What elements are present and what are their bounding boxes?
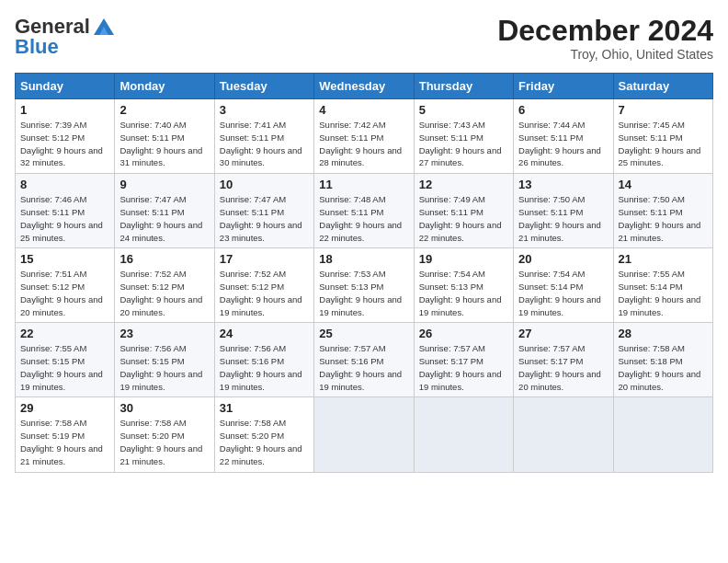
calendar-cell: 10Sunrise: 7:47 AMSunset: 5:11 PMDayligh… [214,174,313,248]
calendar-cell: 14Sunrise: 7:50 AMSunset: 5:11 PMDayligh… [613,174,712,248]
day-number: 22 [20,327,109,340]
day-info: Sunrise: 7:42 AMSunset: 5:11 PMDaylight:… [319,119,408,169]
day-number: 9 [119,178,209,191]
calendar-cell: 16Sunrise: 7:52 AMSunset: 5:12 PMDayligh… [115,248,214,323]
calendar-cell: 6Sunrise: 7:44 AMSunset: 5:11 PMDaylight… [514,99,613,174]
day-info: Sunrise: 7:57 AMSunset: 5:16 PMDaylight:… [319,342,408,393]
day-info: Sunrise: 7:44 AMSunset: 5:11 PMDaylight:… [518,119,608,169]
calendar-cell: 1Sunrise: 7:39 AMSunset: 5:12 PMDaylight… [16,99,115,174]
day-header-thursday: Thursday [414,74,513,99]
day-info: Sunrise: 7:39 AMSunset: 5:12 PMDaylight:… [20,119,109,169]
calendar-cell: 13Sunrise: 7:50 AMSunset: 5:11 PMDayligh… [514,174,613,248]
day-info: Sunrise: 7:48 AMSunset: 5:11 PMDaylight:… [319,193,408,244]
day-number: 2 [119,103,209,117]
month-title: December 2024 [497,15,713,47]
day-info: Sunrise: 7:58 AMSunset: 5:18 PMDaylight:… [619,342,708,393]
calendar-cell: 25Sunrise: 7:57 AMSunset: 5:16 PMDayligh… [314,323,414,397]
day-number: 28 [619,327,708,340]
title-block: December 2024 Troy, Ohio, United States [497,15,713,62]
calendar-cell: 28Sunrise: 7:58 AMSunset: 5:18 PMDayligh… [613,323,712,397]
day-info: Sunrise: 7:46 AMSunset: 5:11 PMDaylight:… [20,193,109,244]
calendar-cell: 22Sunrise: 7:55 AMSunset: 5:15 PMDayligh… [16,323,115,397]
day-info: Sunrise: 7:56 AMSunset: 5:16 PMDaylight:… [220,342,309,393]
day-number: 18 [319,252,408,266]
calendar-week-row: 29Sunrise: 7:58 AMSunset: 5:19 PMDayligh… [16,397,713,472]
calendar-week-row: 22Sunrise: 7:55 AMSunset: 5:15 PMDayligh… [16,323,713,397]
calendar-cell: 15Sunrise: 7:51 AMSunset: 5:12 PMDayligh… [16,248,115,323]
day-number: 12 [419,178,508,191]
calendar-cell: 19Sunrise: 7:54 AMSunset: 5:13 PMDayligh… [414,248,513,323]
day-number: 25 [319,327,408,340]
calendar-cell: 29Sunrise: 7:58 AMSunset: 5:19 PMDayligh… [16,397,115,472]
calendar-cell: 17Sunrise: 7:52 AMSunset: 5:12 PMDayligh… [214,248,313,323]
day-info: Sunrise: 7:53 AMSunset: 5:13 PMDaylight:… [319,268,408,318]
calendar-week-row: 1Sunrise: 7:39 AMSunset: 5:12 PMDaylight… [16,99,713,174]
day-info: Sunrise: 7:58 AMSunset: 5:20 PMDaylight:… [119,417,209,467]
day-header-saturday: Saturday [613,74,712,99]
day-info: Sunrise: 7:54 AMSunset: 5:13 PMDaylight:… [419,268,508,318]
calendar-header-row: SundayMondayTuesdayWednesdayThursdayFrid… [16,74,713,99]
day-info: Sunrise: 7:45 AMSunset: 5:11 PMDaylight:… [619,119,708,169]
calendar-cell: 26Sunrise: 7:57 AMSunset: 5:17 PMDayligh… [414,323,513,397]
day-header-sunday: Sunday [16,74,115,99]
day-info: Sunrise: 7:54 AMSunset: 5:14 PMDaylight:… [518,268,608,318]
day-number: 1 [20,103,109,117]
day-number: 31 [220,401,309,415]
day-info: Sunrise: 7:58 AMSunset: 5:20 PMDaylight:… [220,417,309,467]
day-number: 3 [220,103,309,117]
day-header-friday: Friday [514,74,613,99]
day-info: Sunrise: 7:55 AMSunset: 5:15 PMDaylight:… [20,342,109,393]
calendar-cell: 23Sunrise: 7:56 AMSunset: 5:15 PMDayligh… [115,323,214,397]
calendar-cell: 9Sunrise: 7:47 AMSunset: 5:11 PMDaylight… [115,174,214,248]
calendar-cell: 30Sunrise: 7:58 AMSunset: 5:20 PMDayligh… [115,397,214,472]
day-number: 8 [20,178,109,191]
day-info: Sunrise: 7:50 AMSunset: 5:11 PMDaylight:… [619,193,708,244]
day-info: Sunrise: 7:52 AMSunset: 5:12 PMDaylight:… [220,268,309,318]
day-info: Sunrise: 7:57 AMSunset: 5:17 PMDaylight:… [419,342,508,393]
day-number: 11 [319,178,408,191]
calendar-cell: 11Sunrise: 7:48 AMSunset: 5:11 PMDayligh… [314,174,414,248]
calendar-table: SundayMondayTuesdayWednesdayThursdayFrid… [15,73,713,472]
day-info: Sunrise: 7:49 AMSunset: 5:11 PMDaylight:… [419,193,508,244]
day-info: Sunrise: 7:57 AMSunset: 5:17 PMDaylight:… [518,342,608,393]
location: Troy, Ohio, United States [497,47,713,62]
day-number: 29 [20,401,109,415]
day-number: 7 [619,103,708,117]
day-info: Sunrise: 7:55 AMSunset: 5:14 PMDaylight:… [619,268,708,318]
day-info: Sunrise: 7:43 AMSunset: 5:11 PMDaylight:… [419,119,508,169]
day-number: 20 [518,252,608,266]
day-header-tuesday: Tuesday [214,74,313,99]
day-number: 26 [419,327,508,340]
day-number: 16 [119,252,209,266]
day-number: 19 [419,252,508,266]
day-info: Sunrise: 7:40 AMSunset: 5:11 PMDaylight:… [119,119,209,169]
calendar-cell: 2Sunrise: 7:40 AMSunset: 5:11 PMDaylight… [115,99,214,174]
calendar-week-row: 15Sunrise: 7:51 AMSunset: 5:12 PMDayligh… [16,248,713,323]
day-header-monday: Monday [115,74,214,99]
day-info: Sunrise: 7:58 AMSunset: 5:19 PMDaylight:… [20,417,109,467]
calendar-cell: 31Sunrise: 7:58 AMSunset: 5:20 PMDayligh… [214,397,313,472]
day-info: Sunrise: 7:56 AMSunset: 5:15 PMDaylight:… [119,342,209,393]
calendar-cell: 27Sunrise: 7:57 AMSunset: 5:17 PMDayligh… [514,323,613,397]
calendar-cell [613,397,712,472]
day-info: Sunrise: 7:47 AMSunset: 5:11 PMDaylight:… [220,193,309,244]
day-info: Sunrise: 7:52 AMSunset: 5:12 PMDaylight:… [119,268,209,318]
calendar-cell: 7Sunrise: 7:45 AMSunset: 5:11 PMDaylight… [613,99,712,174]
logo: General Blue [15,15,116,59]
day-number: 15 [20,252,109,266]
calendar-cell: 12Sunrise: 7:49 AMSunset: 5:11 PMDayligh… [414,174,513,248]
day-info: Sunrise: 7:41 AMSunset: 5:11 PMDaylight:… [220,119,309,169]
day-number: 13 [518,178,608,191]
day-number: 4 [319,103,408,117]
calendar-cell: 18Sunrise: 7:53 AMSunset: 5:13 PMDayligh… [314,248,414,323]
calendar-cell: 4Sunrise: 7:42 AMSunset: 5:11 PMDaylight… [314,99,414,174]
day-header-wednesday: Wednesday [314,74,414,99]
day-number: 27 [518,327,608,340]
day-number: 10 [220,178,309,191]
day-info: Sunrise: 7:47 AMSunset: 5:11 PMDaylight:… [119,193,209,244]
day-number: 21 [619,252,708,266]
day-info: Sunrise: 7:51 AMSunset: 5:12 PMDaylight:… [20,268,109,318]
day-number: 14 [619,178,708,191]
calendar-cell: 20Sunrise: 7:54 AMSunset: 5:14 PMDayligh… [514,248,613,323]
day-number: 6 [518,103,608,117]
